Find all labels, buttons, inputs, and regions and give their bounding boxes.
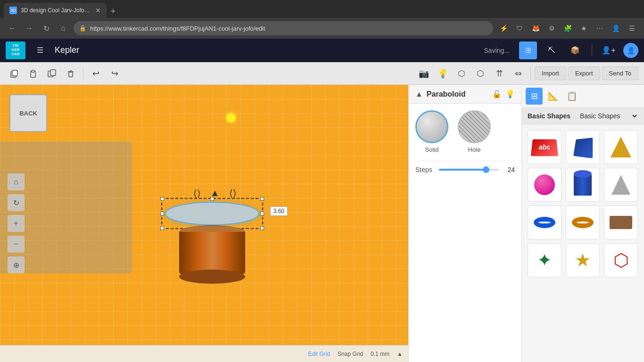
handle-tl[interactable]	[160, 197, 164, 201]
solid-preview	[415, 110, 448, 143]
toolbar-separator-1	[83, 67, 83, 80]
address-bar[interactable]: 🔒 https://www.tinkercad.com/things/f8FDP…	[74, 21, 493, 35]
transform-arrows: ⟨⟩ ▲ ⟨⟩	[193, 188, 237, 199]
send-to-button[interactable]: Send To	[602, 66, 638, 80]
lock-icon: 🔒	[79, 25, 86, 32]
handle-tm[interactable]	[210, 197, 214, 201]
box-icon[interactable]: 📦	[566, 41, 584, 59]
view-cube-label: BACK	[19, 110, 37, 117]
shape-item-text3d[interactable]: abc	[528, 130, 561, 164]
paste-button[interactable]	[25, 65, 41, 82]
collapse-button[interactable]: ▲	[415, 90, 423, 99]
star-yellow-shape: ★	[575, 251, 591, 269]
cylinder-object[interactable]	[179, 225, 245, 287]
shape-item-star-green[interactable]: ✦	[528, 243, 561, 277]
handle-mr[interactable]	[260, 212, 264, 215]
handle-br[interactable]	[260, 226, 264, 230]
undo-button[interactable]: ↩	[87, 65, 104, 82]
browser-tab[interactable]: 3D 3D design Cool Jarv-Jofo | Tinke... ✕	[4, 3, 107, 18]
app-container: TINKERCAD ☰ Kepler Saving... ⊞ ⛏ 📦 👤+ 👤 …	[0, 39, 644, 362]
tab-close-button[interactable]: ✕	[95, 7, 101, 14]
duplicate-button[interactable]	[43, 65, 60, 82]
pickaxe-icon[interactable]: ⛏	[543, 41, 561, 59]
tab-title: 3D design Cool Jarv-Jofo | Tinke...	[21, 7, 91, 14]
shape-item-torus[interactable]	[528, 206, 561, 239]
extensions-button[interactable]: ⚡	[497, 22, 510, 35]
browser-toolbar: ← → ↻ ⌂ 🔒 https://www.tinkercad.com/thin…	[0, 18, 644, 39]
puzzle-icon[interactable]: 🧩	[561, 22, 574, 35]
delete-button[interactable]	[62, 65, 79, 82]
viewport[interactable]: BACK ⌂ ↻ + − ⊕ ⟨⟩ ▲ ⟨⟩	[0, 85, 408, 362]
shape-item-ring[interactable]	[566, 206, 600, 239]
notes-button[interactable]: 📋	[563, 88, 580, 105]
handle-tr[interactable]	[260, 197, 264, 201]
steps-slider[interactable]	[439, 169, 499, 171]
shape-item-cylinder[interactable]	[566, 168, 600, 202]
shape-item-sphere[interactable]	[528, 168, 561, 202]
redo-button[interactable]: ↪	[106, 65, 123, 82]
svg-rect-6	[69, 72, 73, 77]
firefox-icon[interactable]: 🦊	[529, 22, 542, 35]
toolbar-right-buttons: 📷 💡 ⬡ ⬡ ⇈ ⇔	[415, 65, 527, 82]
section-title: Basic Shapes	[528, 112, 578, 120]
shape-item-box[interactable]	[566, 130, 600, 164]
import-button[interactable]: Import	[535, 66, 566, 80]
shape-item-star-yellow[interactable]: ★	[566, 243, 600, 277]
add-user-button[interactable]: 👤+	[600, 41, 618, 59]
home-button[interactable]: ⌂	[57, 22, 70, 35]
forward-button[interactable]: →	[23, 22, 36, 35]
shape-item-cone[interactable]	[604, 168, 638, 202]
paraboloid-shape[interactable]: 3.60	[165, 202, 259, 225]
cylinder-shape	[574, 174, 592, 196]
zoom-out-button[interactable]: −	[8, 236, 25, 253]
star-green-shape: ✦	[537, 251, 552, 269]
export-button[interactable]: Export	[568, 66, 600, 80]
settings-icon[interactable]: ⋯	[593, 22, 606, 35]
edit-grid-label[interactable]: Edit Grid	[308, 351, 330, 357]
camera-button[interactable]: 📷	[415, 65, 432, 82]
browser-actions: ⚡ 🛡 🦊 ⚙ 🧩 ★ ⋯ 👤 ☰	[497, 22, 638, 35]
back-button[interactable]: ←	[6, 22, 19, 35]
tab-bar: 3D 3D design Cool Jarv-Jofo | Tinke... ✕…	[0, 0, 644, 18]
shape-item-pyramid[interactable]	[604, 130, 638, 164]
snap-grid-label: Snap Grid	[338, 351, 363, 357]
new-tab-button[interactable]: +	[107, 5, 120, 18]
light-button[interactable]: 💡	[434, 65, 451, 82]
reload-button[interactable]: ↻	[40, 22, 53, 35]
svg-rect-3	[32, 70, 34, 72]
steps-slider-thumb[interactable]	[483, 166, 489, 173]
hamburger-menu-button[interactable]: ☰	[31, 41, 49, 59]
menu-button[interactable]: ☰	[625, 22, 638, 35]
section-dropdown[interactable]: Basic Shapes Featured Shapes Letters	[578, 112, 638, 120]
solid-option[interactable]: Solid	[415, 110, 448, 153]
mirror-button[interactable]: ⇔	[510, 65, 527, 82]
chrome-icon[interactable]: ⚙	[545, 22, 558, 35]
union-button[interactable]: ⬡	[453, 65, 470, 82]
lock-button[interactable]: 🔓	[492, 90, 502, 99]
hole-preview	[458, 110, 491, 143]
shape-item-ico[interactable]: ⬡	[604, 243, 638, 277]
tinkercad-logo: TINKERCAD	[6, 41, 25, 59]
home-view-button[interactable]: ⌂	[8, 173, 25, 190]
copy-button[interactable]	[6, 65, 23, 82]
zoom-in-button[interactable]: +	[8, 215, 25, 232]
grid-view-button[interactable]: ⊞	[519, 41, 537, 59]
user-profile-browser[interactable]: 👤	[609, 22, 622, 35]
shape-item-flatbox[interactable]	[604, 206, 638, 239]
view-cube[interactable]: BACK	[9, 94, 57, 141]
user-avatar[interactable]: 👤	[623, 43, 638, 58]
rotate-button[interactable]: ↻	[8, 194, 25, 211]
handle-ml[interactable]	[160, 212, 164, 215]
subtract-button[interactable]: ⬡	[472, 65, 489, 82]
shield-icon[interactable]: 🛡	[513, 22, 526, 35]
hole-option[interactable]: Hole	[458, 110, 491, 153]
shapes-grid-view-button[interactable]: ⊞	[526, 88, 543, 105]
ruler-button[interactable]: 📐	[545, 88, 561, 105]
bookmark-icon[interactable]: ★	[577, 22, 590, 35]
view-cube-face[interactable]: BACK	[9, 94, 47, 132]
visibility-button[interactable]: 💡	[505, 90, 515, 99]
fit-view-button[interactable]: ⊕	[8, 256, 25, 273]
snap-grid-arrow[interactable]: ▲	[397, 351, 403, 357]
align-button[interactable]: ⇈	[491, 65, 508, 82]
handle-bl[interactable]	[160, 226, 164, 230]
